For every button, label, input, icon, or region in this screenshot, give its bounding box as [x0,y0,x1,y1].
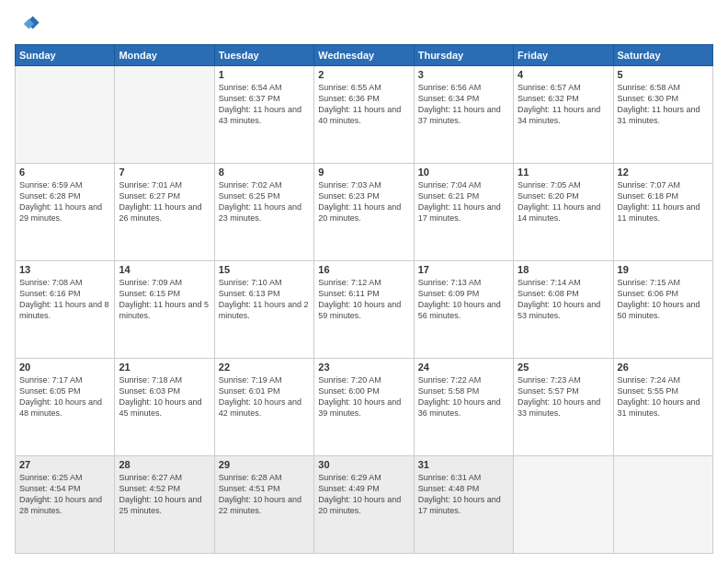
sunrise-text: Sunrise: 7:20 AM [318,374,409,385]
sunrise-text: Sunrise: 6:58 AM [618,82,709,93]
day-number: 1 [219,69,310,80]
sunrise-text: Sunrise: 6:31 AM [418,472,509,483]
day-number: 5 [618,69,709,80]
day-number: 2 [318,69,409,80]
day-number: 18 [518,264,609,275]
calendar-cell: 23Sunrise: 7:20 AMSunset: 6:00 PMDayligh… [314,359,414,456]
sunrise-text: Sunrise: 7:18 AM [119,374,210,385]
sunset-text: Sunset: 6:25 PM [219,190,310,201]
day-number: 10 [418,167,509,178]
sunrise-text: Sunrise: 6:56 AM [418,82,509,93]
col-header-friday: Friday [514,45,613,66]
col-header-tuesday: Tuesday [214,45,313,66]
sunrise-text: Sunrise: 7:05 AM [518,179,609,190]
calendar-cell: 20Sunrise: 7:17 AMSunset: 6:05 PMDayligh… [16,359,115,456]
sunrise-text: Sunrise: 6:59 AM [19,179,110,190]
sunrise-text: Sunrise: 7:15 AM [618,277,709,288]
calendar-cell: 25Sunrise: 7:23 AMSunset: 5:57 PMDayligh… [514,359,613,456]
sunrise-text: Sunrise: 6:25 AM [19,472,110,483]
day-number: 23 [318,362,409,373]
calendar-cell: 28Sunrise: 6:27 AMSunset: 4:52 PMDayligh… [115,456,214,554]
daylight-text: Daylight: 10 hours and 17 minutes. [418,494,509,516]
calendar-cell [16,66,115,164]
sunset-text: Sunset: 6:15 PM [119,288,210,299]
day-number: 9 [318,167,409,178]
daylight-text: Daylight: 10 hours and 53 minutes. [518,299,609,321]
calendar-cell: 17Sunrise: 7:13 AMSunset: 6:09 PMDayligh… [414,261,513,359]
sunrise-text: Sunrise: 7:04 AM [418,179,509,190]
day-number: 25 [518,362,609,373]
calendar-row-2: 6Sunrise: 6:59 AMSunset: 6:28 PMDaylight… [16,164,713,261]
daylight-text: Daylight: 10 hours and 25 minutes. [119,494,210,516]
sunrise-text: Sunrise: 7:13 AM [418,277,509,288]
day-number: 28 [119,459,210,470]
sunset-text: Sunset: 6:32 PM [518,93,609,104]
col-header-monday: Monday [115,45,214,66]
day-number: 11 [518,167,609,178]
sunrise-text: Sunrise: 7:24 AM [618,374,709,385]
calendar-cell: 5Sunrise: 6:58 AMSunset: 6:30 PMDaylight… [613,66,712,164]
daylight-text: Daylight: 10 hours and 36 minutes. [418,396,509,419]
day-number: 17 [418,264,509,275]
page: SundayMondayTuesdayWednesdayThursdayFrid… [0,0,728,563]
day-number: 30 [318,459,409,470]
daylight-text: Daylight: 11 hours and 43 minutes. [219,104,310,126]
calendar-cell: 3Sunrise: 6:56 AMSunset: 6:34 PMDaylight… [414,66,513,164]
calendar-cell: 1Sunrise: 6:54 AMSunset: 6:37 PMDaylight… [214,66,313,164]
calendar-cell: 24Sunrise: 7:22 AMSunset: 5:58 PMDayligh… [414,359,513,456]
sunrise-text: Sunrise: 7:08 AM [19,277,110,288]
daylight-text: Daylight: 10 hours and 31 minutes. [618,396,709,419]
sunrise-text: Sunrise: 7:17 AM [19,374,110,385]
daylight-text: Daylight: 11 hours and 40 minutes. [318,104,409,126]
calendar-row-1: 1Sunrise: 6:54 AMSunset: 6:37 PMDaylight… [16,66,713,164]
sunset-text: Sunset: 6:00 PM [318,385,409,396]
calendar-cell: 14Sunrise: 7:09 AMSunset: 6:15 PMDayligh… [115,261,214,359]
calendar-cell: 30Sunrise: 6:29 AMSunset: 4:49 PMDayligh… [314,456,414,554]
daylight-text: Daylight: 11 hours and 26 minutes. [119,201,210,224]
daylight-text: Daylight: 10 hours and 42 minutes. [219,396,310,419]
sunrise-text: Sunrise: 7:12 AM [318,277,409,288]
daylight-text: Daylight: 11 hours and 11 minutes. [618,201,709,224]
day-number: 3 [418,69,509,80]
sunset-text: Sunset: 6:28 PM [19,190,110,201]
calendar-header-row: SundayMondayTuesdayWednesdayThursdayFrid… [16,45,713,66]
sunset-text: Sunset: 5:58 PM [418,385,509,396]
sunrise-text: Sunrise: 7:22 AM [418,374,509,385]
sunrise-text: Sunrise: 7:03 AM [318,179,409,190]
sunrise-text: Sunrise: 6:55 AM [318,82,409,93]
calendar-cell: 10Sunrise: 7:04 AMSunset: 6:21 PMDayligh… [414,164,513,261]
sunrise-text: Sunrise: 7:09 AM [119,277,210,288]
daylight-text: Daylight: 11 hours and 8 minutes. [19,299,110,321]
col-header-wednesday: Wednesday [314,45,414,66]
col-header-saturday: Saturday [613,45,712,66]
col-header-thursday: Thursday [414,45,513,66]
day-number: 16 [318,264,409,275]
sunset-text: Sunset: 6:20 PM [518,190,609,201]
sunset-text: Sunset: 5:57 PM [518,385,609,396]
calendar-cell: 26Sunrise: 7:24 AMSunset: 5:55 PMDayligh… [613,359,712,456]
sunset-text: Sunset: 6:16 PM [19,288,110,299]
calendar-cell: 29Sunrise: 6:28 AMSunset: 4:51 PMDayligh… [214,456,313,554]
day-number: 26 [618,362,709,373]
logo-icon [15,11,40,37]
calendar-row-5: 27Sunrise: 6:25 AMSunset: 4:54 PMDayligh… [16,456,713,554]
sunset-text: Sunset: 4:51 PM [219,483,310,494]
sunset-text: Sunset: 6:05 PM [19,385,110,396]
daylight-text: Daylight: 11 hours and 23 minutes. [219,201,310,224]
sunset-text: Sunset: 6:01 PM [219,385,310,396]
day-number: 7 [119,167,210,178]
sunrise-text: Sunrise: 6:29 AM [318,472,409,483]
calendar-cell [115,66,214,164]
day-number: 12 [618,167,709,178]
sunrise-text: Sunrise: 7:10 AM [219,277,310,288]
sunset-text: Sunset: 4:52 PM [119,483,210,494]
daylight-text: Daylight: 10 hours and 39 minutes. [318,396,409,419]
calendar-cell: 21Sunrise: 7:18 AMSunset: 6:03 PMDayligh… [115,359,214,456]
calendar-cell: 16Sunrise: 7:12 AMSunset: 6:11 PMDayligh… [314,261,414,359]
daylight-text: Daylight: 11 hours and 20 minutes. [318,201,409,224]
calendar-row-3: 13Sunrise: 7:08 AMSunset: 6:16 PMDayligh… [16,261,713,359]
day-number: 27 [19,459,110,470]
calendar-cell: 7Sunrise: 7:01 AMSunset: 6:27 PMDaylight… [115,164,214,261]
calendar-cell: 8Sunrise: 7:02 AMSunset: 6:25 PMDaylight… [214,164,313,261]
sunset-text: Sunset: 6:03 PM [119,385,210,396]
